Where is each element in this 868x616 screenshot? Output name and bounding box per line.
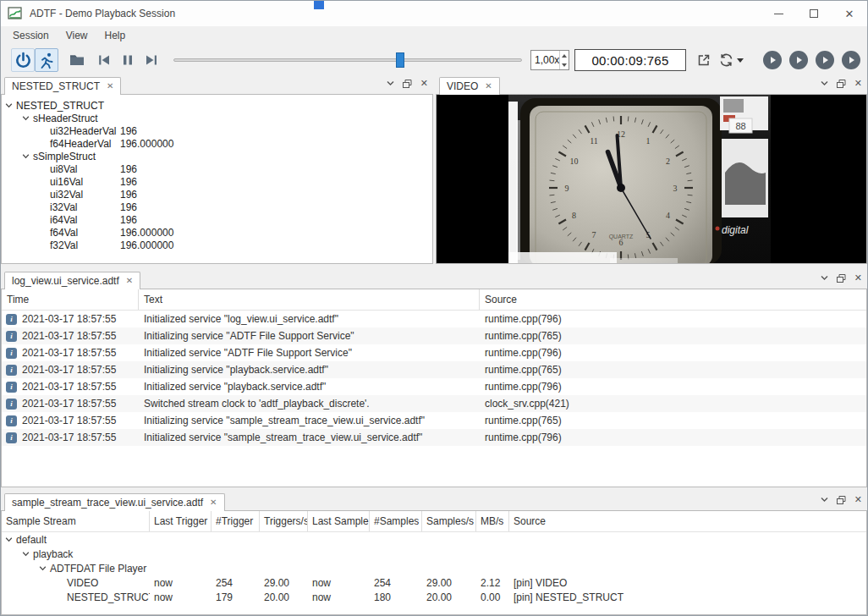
tree-item[interactable]: ui16Val196: [2, 175, 432, 188]
menu-session[interactable]: Session: [4, 27, 58, 44]
tree-item[interactable]: sHeaderStruct: [2, 112, 432, 124]
export-button[interactable]: [696, 52, 711, 68]
skip-to-start-button[interactable]: [92, 48, 116, 72]
expander-icon[interactable]: [5, 536, 13, 543]
horizontal-splitter[interactable]: [1, 264, 867, 270]
timeline-track[interactable]: [173, 58, 522, 62]
trace-content: Sample Stream Last Trigger #Trigger Trig…: [1, 510, 867, 615]
log-row[interactable]: i2021-03-17 18:57:55Initialized service …: [2, 311, 866, 327]
tree-item[interactable]: i64Val196: [2, 213, 432, 226]
panel-menu-icon[interactable]: [821, 80, 828, 86]
run-button[interactable]: [35, 48, 58, 72]
expander-icon[interactable]: [22, 551, 30, 558]
panel-close-icon[interactable]: ✕: [854, 273, 862, 283]
tab-trace-view[interactable]: sample_stream_trace_view.ui_service.adtf…: [4, 493, 225, 511]
log-row[interactable]: i2021-03-17 18:57:55Initializing service…: [2, 412, 866, 429]
time-display[interactable]: 00:00:09:765: [574, 49, 686, 71]
menu-view[interactable]: View: [58, 27, 96, 44]
panel-menu-icon[interactable]: [821, 497, 828, 503]
speed-down-button[interactable]: [560, 60, 569, 69]
log-row[interactable]: i2021-03-17 18:57:55Initialized service …: [2, 378, 866, 395]
panel-close-icon[interactable]: ✕: [854, 79, 862, 88]
svg-text:7: 7: [592, 230, 596, 239]
trace-column[interactable]: #Samples: [370, 511, 422, 531]
panel-menu-icon[interactable]: [387, 80, 394, 86]
skip-to-end-button[interactable]: [140, 48, 163, 72]
speed-spinbox[interactable]: 1,00x: [530, 50, 569, 70]
pause-button[interactable]: [116, 48, 140, 72]
svg-text:10: 10: [570, 157, 579, 166]
tree-item[interactable]: ui32Val196: [2, 188, 432, 201]
log-source: runtime.cpp(765): [480, 330, 866, 342]
log-row[interactable]: i2021-03-17 18:57:55Initialized service …: [2, 429, 866, 446]
tab-nested-struct[interactable]: NESTED_STRUCT ✕: [4, 77, 121, 95]
trace-row[interactable]: NESTED_STRUCTnow17920.00now18020.000.00[…: [2, 590, 866, 604]
expander-icon[interactable]: [5, 102, 13, 109]
trace-column[interactable]: #Trigger: [212, 511, 260, 531]
panel-close-icon[interactable]: ✕: [854, 495, 862, 504]
log-column-text[interactable]: Text: [139, 289, 480, 310]
trace-column[interactable]: Last Trigger: [150, 511, 212, 531]
tree-item[interactable]: f64HeaderVal196.000000: [2, 137, 432, 150]
tab-close-icon[interactable]: ✕: [107, 82, 113, 91]
power-button[interactable]: [11, 48, 35, 72]
trace-column[interactable]: Triggers/s: [260, 511, 308, 531]
trace-column[interactable]: Last Sample: [308, 511, 370, 531]
trace-row[interactable]: playback: [2, 547, 866, 561]
log-text: Initializing service "sample_stream_trac…: [139, 415, 480, 426]
timeline-handle[interactable]: [396, 52, 404, 68]
timeline-slider[interactable]: [173, 50, 522, 70]
log-row[interactable]: i2021-03-17 18:57:55Initialized service …: [2, 344, 866, 361]
log-column-source[interactable]: Source: [480, 289, 866, 310]
tab-close-icon[interactable]: ✕: [126, 277, 133, 285]
loop-dropdown-icon[interactable]: [737, 58, 744, 63]
tree-item-label: f64Val: [50, 227, 78, 239]
panel-close-icon[interactable]: ✕: [420, 79, 428, 88]
panel-menu-icon[interactable]: [821, 275, 828, 281]
panel-float-icon[interactable]: [837, 496, 846, 504]
tree-item[interactable]: sSimpleStruct: [2, 150, 432, 162]
minimize-button[interactable]: [761, 1, 796, 26]
close-button[interactable]: ✕: [832, 1, 867, 26]
tab-video[interactable]: VIDEO ✕: [439, 77, 500, 95]
expander-icon[interactable]: [39, 565, 47, 572]
tree-item[interactable]: f32Val196.000000: [2, 239, 432, 251]
tree-item[interactable]: ui32HeaderVal196: [2, 124, 432, 137]
trace-column[interactable]: Source: [509, 511, 866, 531]
trace-column[interactable]: MB/s: [476, 511, 509, 531]
expander-icon[interactable]: [22, 115, 30, 122]
expander-icon[interactable]: [22, 153, 30, 160]
external-link-icon: [696, 52, 711, 68]
trace-row[interactable]: default: [2, 532, 866, 547]
log-row[interactable]: i2021-03-17 18:57:55Switched stream cloc…: [2, 395, 866, 412]
tree-item[interactable]: NESTED_STRUCT: [2, 99, 432, 112]
panel-float-icon[interactable]: [837, 274, 846, 283]
tree-item[interactable]: ui8Val196: [2, 162, 432, 175]
tree-item-label: sSimpleStruct: [33, 151, 96, 162]
speed-up-button[interactable]: [560, 51, 569, 60]
loop-mode-button[interactable]: [718, 52, 744, 68]
log-column-time[interactable]: Time: [2, 289, 139, 310]
log-row[interactable]: i2021-03-17 18:57:55Initializing service…: [2, 361, 866, 378]
panel-float-icon[interactable]: [837, 80, 846, 88]
tab-log-view[interactable]: log_view.ui_service.adtf ✕: [4, 272, 140, 289]
trace-column[interactable]: Samples/s: [422, 511, 476, 531]
trace-column[interactable]: Sample Stream: [2, 511, 150, 531]
maximize-button[interactable]: [796, 1, 832, 26]
trace-table-body: defaultplaybackADTFDAT File PlayerVIDEOn…: [2, 532, 866, 604]
circle-nav-button-3[interactable]: [816, 51, 834, 69]
menu-help[interactable]: Help: [96, 27, 135, 44]
tab-close-icon[interactable]: ✕: [210, 498, 217, 507]
circle-nav-button-4[interactable]: [842, 51, 860, 69]
tree-item[interactable]: f64Val196.000000: [2, 226, 432, 239]
log-row[interactable]: i2021-03-17 18:57:55Initializing service…: [2, 327, 866, 344]
circle-nav-button-1[interactable]: [763, 51, 782, 69]
open-file-button[interactable]: [65, 48, 89, 72]
panel-float-icon[interactable]: [403, 80, 412, 88]
skip-forward-icon: [143, 52, 160, 69]
trace-row[interactable]: VIDEOnow25429.00now25429.002.12[pin] VID…: [2, 575, 866, 590]
circle-nav-button-2[interactable]: [789, 51, 808, 69]
tree-item[interactable]: i32Val196: [2, 201, 432, 213]
tab-close-icon[interactable]: ✕: [485, 82, 492, 91]
trace-row[interactable]: ADTFDAT File Player: [2, 561, 866, 575]
